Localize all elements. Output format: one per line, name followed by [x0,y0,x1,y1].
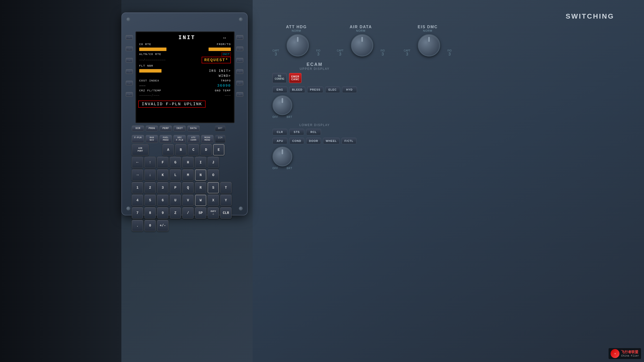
key-z[interactable]: Z [170,207,181,219]
lsk-r1[interactable] [236,35,243,40]
air-data-knob[interactable] [351,34,373,56]
fpln-button[interactable]: F-PLN [132,135,144,143]
key-5[interactable]: 5 [144,195,156,206]
key-a[interactable]: A [162,144,174,155]
eng-button[interactable]: ENG [272,86,287,93]
arrow-left[interactable]: ← [132,157,143,168]
clr-button[interactable]: CLR [272,129,287,135]
key-b[interactable]: B [175,144,186,155]
key-k[interactable]: K [157,169,168,181]
att-hdg-sub: NORM [272,29,320,32]
key-ovfy[interactable]: OVFY△ [208,207,219,219]
eis-dmc-knob[interactable] [418,34,440,56]
key-x[interactable]: X [208,195,219,206]
lsk-l3[interactable] [126,58,133,62]
dir-button[interactable]: DIR [132,125,144,131]
wheel-button[interactable]: WHEEL [323,138,340,144]
key-sp[interactable]: SP [195,207,206,219]
key-1[interactable]: 1 [132,182,143,193]
key-7[interactable]: 7 [132,207,143,219]
key-r[interactable]: R [195,182,206,193]
perf-button[interactable]: PERF [160,125,172,131]
att-hdg-knob[interactable] [286,34,309,56]
fuel-pred-button[interactable]: FUEL PRED [160,135,172,143]
key-slash[interactable]: / [182,207,194,219]
keyboard-row-num7-bottom: 7 8 9 Z / SP OVFY△ CLR [132,207,238,219]
screen-row-flt-label: FLT NBR [138,63,232,68]
key-i[interactable]: I [195,157,206,168]
rad-nav-button[interactable]: RAD NAV [146,135,158,143]
key-u[interactable]: U [170,195,181,206]
lsk-r4[interactable] [236,69,243,74]
key-t[interactable]: T [220,182,232,193]
apu-button[interactable]: APU [272,138,287,144]
press-button[interactable]: PRESS [307,86,323,93]
key-e[interactable]: E [213,144,224,155]
left-dark-panel [0,0,121,362]
key-6[interactable]: 6 [157,195,168,206]
ecam-lower-knob[interactable] [272,147,292,166]
key-3[interactable]: 3 [157,182,168,193]
request-star-button[interactable]: REQUEST* [202,57,231,63]
key-g[interactable]: G [170,157,181,168]
key-plusminus[interactable]: +/- [157,220,168,231]
data-button[interactable]: DATA [187,125,200,131]
key-d[interactable]: D [200,144,212,155]
lsk-l1[interactable] [126,35,133,40]
elec-button[interactable]: ELEC [325,86,340,93]
key-0[interactable]: 0 [144,220,156,231]
key-y[interactable]: Y [220,195,232,206]
key-9[interactable]: 9 [157,207,168,219]
lsk-l2[interactable] [126,46,133,51]
key-n[interactable]: N [195,169,206,181]
prog-button[interactable]: PROG [146,125,158,131]
sts-button[interactable]: STS [289,129,304,135]
arrow-down[interactable]: ↓ [144,169,156,181]
key-q[interactable]: Q [182,182,194,193]
key-l[interactable]: L [170,169,181,181]
key-dot[interactable]: . [132,220,143,231]
arrow-right[interactable]: → [132,169,143,181]
key-o[interactable]: O [208,169,219,181]
key-m[interactable]: M [182,169,194,181]
lsk-l4[interactable] [126,69,133,74]
sec-fpln-button[interactable]: SEC F-PLN [174,135,186,143]
mcdu-menu-button[interactable]: MCDU MENU [201,135,214,143]
key-h[interactable]: H [182,157,194,168]
key-w[interactable]: W [195,195,206,206]
dim-button[interactable]: DIM [215,135,226,143]
key-c[interactable]: C [188,144,199,155]
cond-button[interactable]: COND [289,138,304,144]
key-v[interactable]: V [182,195,194,206]
key-2[interactable]: 2 [144,182,156,193]
key-clr[interactable]: CLR [220,207,232,219]
door-button[interactable]: DOOR [306,138,321,144]
atc-comm-button[interactable]: ATC COMM [187,135,200,143]
screen-row-crz-label: CRZ FL/TEMP GND TEMP [138,88,232,93]
key-f[interactable]: F [157,157,168,168]
ecam-lower-label: LOWER DISPLAY [272,123,357,127]
lsk-l6[interactable] [126,92,133,97]
lsk-r3[interactable] [236,58,243,62]
fctl-button[interactable]: F/CTL [342,138,356,144]
bleed-button[interactable]: BLEED [289,86,305,93]
key-p[interactable]: P [170,182,181,193]
hyd-button[interactable]: HYD [342,86,357,93]
brt-button[interactable]: BRT [215,125,226,131]
to-config-button[interactable]: TO CONFIG [272,73,286,83]
lsk-r2[interactable] [236,46,243,51]
key-s[interactable]: S [208,182,219,193]
key-j[interactable]: J [208,157,219,168]
ecam-upper-knob[interactable] [272,95,292,115]
key-4[interactable]: 4 [132,195,143,206]
airport-button[interactable]: AIR PORT [132,144,148,155]
lsk-r5[interactable] [236,81,243,85]
lsk-l5[interactable] [126,81,133,85]
key-8[interactable]: 8 [144,207,156,219]
emer-canc-button[interactable]: EMER CANC [289,73,302,83]
arrow-up[interactable]: ↑ [144,157,156,168]
lsk-r6[interactable] [236,92,243,97]
init-button[interactable]: INIT [174,125,186,131]
keyboard-row-arrows2-ko: → ↓ K L M N O [132,169,238,181]
rcl-button[interactable]: RCL [306,129,321,135]
